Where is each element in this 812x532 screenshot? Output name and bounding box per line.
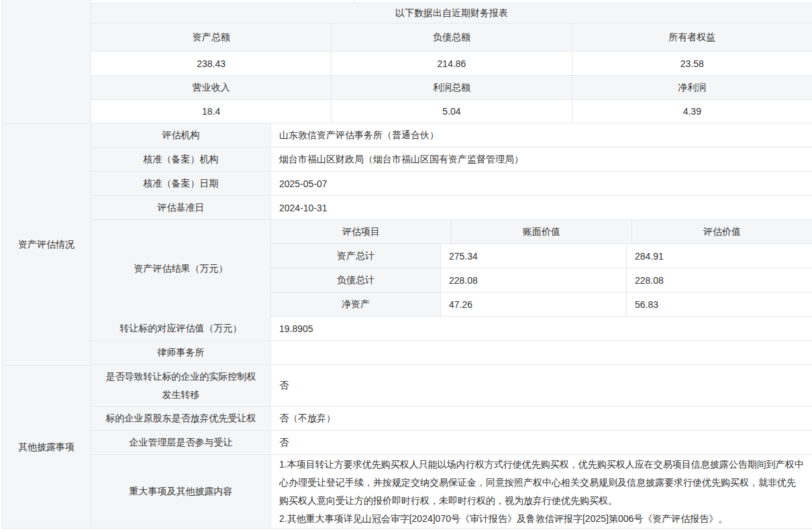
major-disclosure-row: 重大事项及其他披露内容 1.本项目转让方要求优先购买权人只能以场内行权方式行使优… [91, 455, 812, 529]
eval-result-row-total-assets: 资产总计 275.34 284.91 [271, 244, 812, 268]
eval-result-subtable: 评估项目 账面价值 评估价值 资产总计 275.34 284.91 负债总计 2… [271, 220, 812, 317]
disclosure-table: 资产评估情况 其他披露事项 以下数据出自近期财务报表 资产总额 负债总额 所有者… [1, 0, 812, 529]
field-label-management: 企业管理层是否参与受让 [91, 431, 271, 454]
fin-value-net-profit: 4.39 [572, 100, 812, 123]
eval-item-header-cell: 评估项目 [271, 220, 452, 244]
book-value-cell-net-assets: 47.26 [441, 292, 627, 316]
content-column: 以下数据出自近期财务报表 资产总额 负债总额 所有者权益 238.43 214.… [91, 0, 812, 529]
section-column: 资产评估情况 其他披露事项 [2, 0, 91, 529]
fin-header-net-profit: 净利润 [572, 76, 812, 99]
field-value-control-transfer: 否 [271, 365, 812, 406]
waive-right-row: 标的企业原股东是否放弃优先受让权 否（不放弃） [91, 407, 812, 431]
field-label-eval-result: 资产评估结果（万元） [91, 220, 271, 317]
eval-value-header-cell: 评估价值 [632, 220, 812, 244]
fin-value-row-2: 18.4 5.04 4.39 [91, 100, 812, 123]
fin-header-row-2: 营业收入 利润总额 净利润 [91, 76, 812, 100]
field-value-approval-date: 2025-05-07 [271, 172, 812, 195]
field-label-target-eval: 转让标的对应评估值（万元） [91, 317, 271, 340]
law-firm-row: 律师事务所 [91, 341, 812, 365]
eval-item-cell-total-assets: 资产总计 [271, 244, 441, 268]
field-label-control-transfer: 是否导致转让标的企业的实际控制权发生转移 [91, 365, 271, 406]
field-value-base-date: 2024-10-31 [271, 196, 812, 219]
management-row: 企业管理层是否参与受让 否 [91, 431, 812, 455]
fin-header-owner-equity: 所有者权益 [572, 23, 812, 51]
eval-item-cell-total-liabilities: 负债总计 [271, 268, 441, 292]
eval-result-row-total-liabilities: 负债总计 228.08 228.08 [271, 268, 812, 292]
field-value-waive-right: 否（不放弃） [271, 407, 812, 430]
field-value-approval-org: 烟台市福山区财政局（烟台市福山区国有资产监督管理局） [271, 148, 812, 171]
fin-value-total-profit: 5.04 [332, 100, 572, 123]
major-disclosure-paragraph-2: 2.其他重大事项详见山冠会审字[2024]070号《审计报告》及鲁敦信评报字[2… [279, 510, 804, 528]
eval-result-header-row: 评估项目 账面价值 评估价值 [271, 220, 812, 244]
field-value-eval-agency: 山东敦信资产评估事务所（普通合伙） [271, 123, 812, 147]
fin-header-total-assets: 资产总额 [91, 23, 332, 51]
eval-value-cell-total-assets: 284.91 [627, 244, 812, 268]
fin-header-row-1: 资产总额 负债总额 所有者权益 [91, 23, 812, 52]
section-cell-asset-eval: 资产评估情况 [2, 123, 91, 365]
financial-note-row: 以下数据出自近期财务报表 [91, 3, 812, 23]
eval-value-cell-total-liabilities: 228.08 [627, 268, 812, 292]
field-label-base-date: 评估基准日 [91, 196, 271, 219]
book-value-cell-total-assets: 275.34 [441, 244, 627, 268]
fin-value-owner-equity: 23.58 [572, 52, 812, 75]
field-label-waive-right: 标的企业原股东是否放弃优先受让权 [91, 407, 271, 430]
base-date-row: 评估基准日 2024-10-31 [91, 196, 812, 220]
section-cell-financial-blank [2, 0, 91, 123]
field-label-law-firm: 律师事务所 [91, 341, 271, 364]
target-eval-row: 转让标的对应评估值（万元） 19.8905 [91, 317, 812, 341]
fin-value-total-assets: 238.43 [91, 52, 332, 75]
field-label-approval-date: 核准（备案）日期 [91, 172, 271, 195]
fin-value-total-liabilities: 214.86 [332, 52, 572, 75]
eval-agency-row: 评估机构 山东敦信资产评估事务所（普通合伙） [91, 123, 812, 148]
fin-header-revenue: 营业收入 [91, 76, 332, 99]
financial-note-cell: 以下数据出自近期财务报表 [91, 3, 812, 23]
eval-result-row-net-assets: 净资产 47.26 56.83 [271, 292, 812, 317]
field-value-law-firm [271, 341, 812, 364]
top-sliver-cell-right [354, 0, 812, 3]
book-value-cell-total-liabilities: 228.08 [441, 268, 627, 292]
eval-result-row: 资产评估结果（万元） 评估项目 账面价值 评估价值 资产总计 275.34 28… [91, 220, 812, 317]
field-value-management: 否 [271, 431, 812, 454]
section-label-asset-eval: 资产评估情况 [18, 235, 74, 254]
approval-date-row: 核准（备案）日期 2025-05-07 [91, 172, 812, 196]
eval-value-cell-net-assets: 56.83 [627, 292, 812, 316]
fin-header-total-profit: 利润总额 [332, 76, 572, 99]
field-label-eval-agency: 评估机构 [91, 123, 271, 147]
section-label-other-disclosure: 其他披露事项 [18, 438, 74, 456]
field-value-major-disclosure: 1.本项目转让方要求优先购买权人只能以场内行权方式行使优先购买权，优先购买权人应… [271, 455, 812, 528]
field-label-major-disclosure: 重大事项及其他披露内容 [91, 455, 271, 528]
top-sliver-cell-left [91, 0, 354, 3]
fin-value-revenue: 18.4 [91, 100, 332, 123]
book-value-header-cell: 账面价值 [452, 220, 632, 244]
major-disclosure-paragraph-1: 1.本项目转让方要求优先购买权人只能以场内行权方式行使优先购买权，优先购买权人应… [279, 456, 804, 510]
section-cell-other-disclosure: 其他披露事项 [2, 365, 91, 529]
fin-value-row-1: 238.43 214.86 23.58 [91, 52, 812, 76]
field-label-approval-org: 核准（备案）机构 [91, 148, 271, 171]
fin-header-total-liabilities: 负债总额 [332, 23, 572, 51]
field-value-target-eval: 19.8905 [271, 317, 812, 340]
eval-item-cell-net-assets: 净资产 [271, 292, 441, 316]
control-transfer-row: 是否导致转让标的企业的实际控制权发生转移 否 [91, 365, 812, 407]
approval-org-row: 核准（备案）机构 烟台市福山区财政局（烟台市福山区国有资产监督管理局） [91, 148, 812, 172]
